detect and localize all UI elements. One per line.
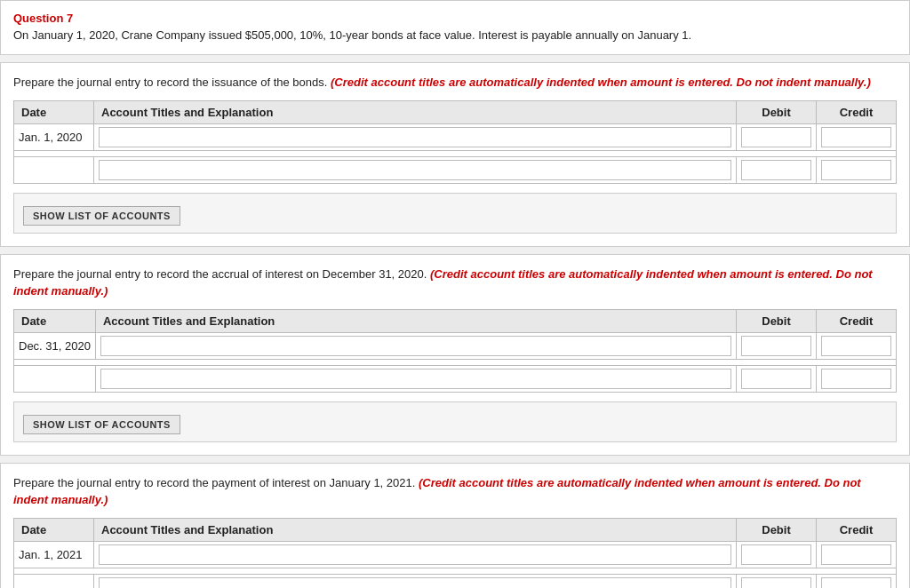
section2-credit-header: Credit [817,309,897,332]
section2-row1-credit-cell [817,332,897,359]
section3-table: Date Account Titles and Explanation Debi… [13,518,897,589]
section2-table: Date Account Titles and Explanation Debi… [13,309,897,393]
journal-section-3: Prepare the journal entry to record the … [0,463,910,589]
section2-instruction-prefix: Prepare the journal entry to record the … [13,267,427,281]
journal-section-1: Prepare the journal entry to record the … [0,62,910,247]
section3-row1-credit-cell [817,541,897,568]
section1-instruction: Prepare the journal entry to record the … [13,74,897,91]
section3-row1-debit-cell [737,541,817,568]
section1-instruction-prefix: Prepare the journal entry to record the … [13,75,327,89]
section2-row1-account-cell [95,332,736,359]
section1-row1-debit-cell [737,123,817,150]
section1-row2-debit-cell [737,156,817,183]
section1-date-header: Date [14,100,94,123]
section1-row2-account-input[interactable] [99,160,731,180]
section2-show-accounts-button[interactable]: SHOW LIST OF ACCOUNTS [23,415,180,434]
section3-row1: Jan. 1, 2021 [14,541,897,568]
section1-row-spacer [14,150,897,156]
section3-row1-credit-input[interactable] [821,544,891,565]
section3-debit-header: Debit [737,518,817,541]
section2-row2-credit-input[interactable] [821,369,891,389]
section2-row2-credit-cell [817,365,897,392]
section1-row1-account-input[interactable] [99,127,731,147]
section3-row2-credit-cell [817,574,897,588]
section1-show-accounts-area: SHOW LIST OF ACCOUNTS [13,193,897,234]
section3-row1-debit-input[interactable] [741,544,811,565]
section2-debit-header: Debit [737,309,817,332]
section1-table: Date Account Titles and Explanation Debi… [13,100,897,184]
section2-row-spacer [14,359,897,365]
section2-date-header: Date [14,309,96,332]
section3-row2-account-cell [94,574,737,588]
section2-row1-debit-cell [737,332,817,359]
section1-row2 [14,156,897,183]
section1-row1-account-cell [94,123,737,150]
section1-row1-credit-input[interactable] [821,127,891,147]
section2-row1-debit-input[interactable] [741,336,811,356]
section3-row2-debit-input[interactable] [741,577,811,589]
section1-row2-account-cell [94,156,737,183]
section2-row1-date: Dec. 31, 2020 [14,332,96,359]
section2-row2-account-cell [95,365,736,392]
section2-row2-date [14,365,96,392]
section1-credit-header: Credit [817,100,897,123]
section1-row1: Jan. 1, 2020 [14,123,897,150]
section3-row1-account-cell [94,541,737,568]
section1-row2-credit-input[interactable] [821,160,891,180]
section1-instruction-italic: (Credit account titles are automatically… [331,75,871,89]
section1-account-header: Account Titles and Explanation [94,100,737,123]
section3-date-header: Date [14,518,94,541]
section3-row2-debit-cell [737,574,817,588]
question-number: Question 7 [13,12,897,25]
section3-row2 [14,574,897,588]
section3-row1-date: Jan. 1, 2021 [14,541,94,568]
section1-row1-credit-cell [817,123,897,150]
section3-row-spacer [14,568,897,574]
section1-debit-header: Debit [737,100,817,123]
section3-row2-account-input[interactable] [99,577,731,589]
section1-row1-date: Jan. 1, 2020 [14,123,94,150]
section1-row1-debit-input[interactable] [741,127,811,147]
section3-row2-credit-input[interactable] [821,577,891,589]
question-description: On January 1, 2020, Crane Company issued… [13,28,897,42]
section2-row2 [14,365,897,392]
section2-row1-credit-input[interactable] [821,336,891,356]
section2-account-header: Account Titles and Explanation [95,309,736,332]
section3-instruction: Prepare the journal entry to record the … [13,474,897,509]
section3-row2-date [14,574,94,588]
section2-row2-debit-input[interactable] [741,369,811,389]
section3-instruction-prefix: Prepare the journal entry to record the … [13,476,415,489]
section1-row2-debit-input[interactable] [741,160,811,180]
section2-row2-account-input[interactable] [100,369,731,389]
section2-show-accounts-area: SHOW LIST OF ACCOUNTS [13,401,897,442]
section1-show-accounts-button[interactable]: SHOW LIST OF ACCOUNTS [23,206,180,226]
section1-row2-credit-cell [817,156,897,183]
section1-row2-date [14,156,94,183]
section3-account-header: Account Titles and Explanation [94,518,737,541]
question-header-section: Question 7 On January 1, 2020, Crane Com… [0,0,910,55]
section2-row1: Dec. 31, 2020 [14,332,897,359]
journal-section-2: Prepare the journal entry to record the … [0,254,910,456]
section2-row1-account-input[interactable] [100,336,731,356]
section2-row2-debit-cell [737,365,817,392]
section3-row1-account-input[interactable] [99,544,731,565]
section3-credit-header: Credit [817,518,897,541]
section2-instruction: Prepare the journal entry to record the … [13,266,897,300]
